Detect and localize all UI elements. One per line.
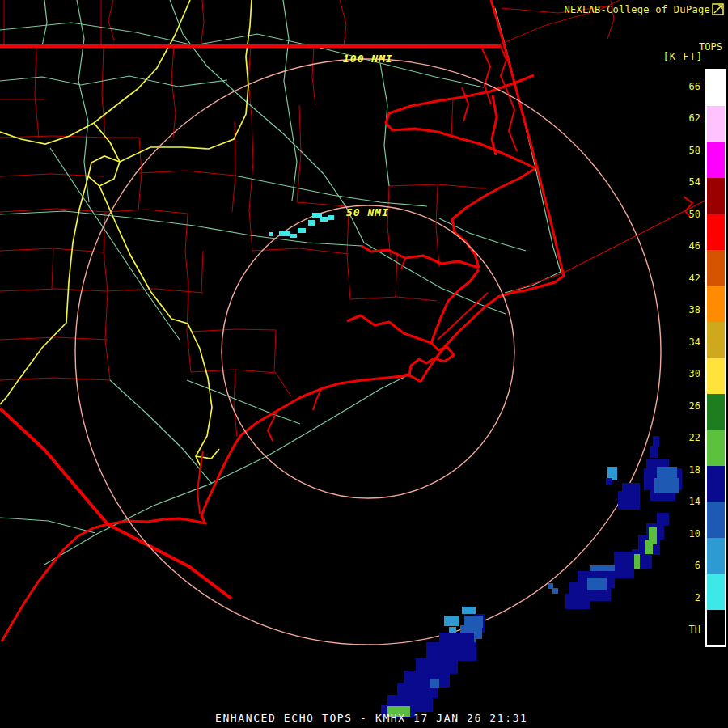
colorbar-block xyxy=(707,106,725,142)
colorbar-label: 2 xyxy=(673,592,700,603)
colorbar-label: 22 xyxy=(673,432,700,443)
colorbar-label: 26 xyxy=(673,400,700,412)
brand-title: NEXLAB-College of DuPage xyxy=(564,4,710,15)
echo-steel xyxy=(462,607,476,614)
echo-navy xyxy=(614,552,634,578)
echo-blue xyxy=(430,679,439,688)
colorbar-block xyxy=(707,142,725,178)
echo-cyan xyxy=(308,220,315,226)
echo-cyan xyxy=(298,228,306,233)
colorbar-block xyxy=(707,394,725,430)
echo-green xyxy=(645,540,653,554)
colorbar-label: TH xyxy=(673,624,700,635)
colorbar-block xyxy=(707,214,725,250)
colorbar-label: 54 xyxy=(673,176,700,188)
cod-logo-icon xyxy=(711,2,725,16)
echo-cyan xyxy=(290,234,297,238)
colorbar-block xyxy=(707,466,725,502)
colorbar-label: 58 xyxy=(673,145,700,156)
colorbar-block xyxy=(707,610,725,645)
colorbar xyxy=(705,69,726,647)
interstate-lines xyxy=(0,0,252,468)
coastline xyxy=(2,0,722,641)
echo-blue xyxy=(548,583,553,589)
colorbar-block xyxy=(707,322,725,358)
echo-blue xyxy=(654,478,679,493)
status-bar: ENHANCED ECHO TOPS - KMHX 17 JAN 26 21:3… xyxy=(215,712,528,724)
echo-steel xyxy=(444,616,459,626)
echo-cyan xyxy=(279,231,290,236)
colorbar-block xyxy=(707,538,725,574)
ring-label-50nmi: 50 NMI xyxy=(346,206,389,218)
colorbar-block xyxy=(707,250,725,286)
colorbar-label: 6 xyxy=(673,560,700,571)
echo-cyan xyxy=(320,217,328,222)
radar-echoes xyxy=(269,213,682,717)
colorbar-block xyxy=(707,286,725,322)
echo-navy xyxy=(426,642,476,661)
echo-navy xyxy=(565,594,590,609)
echo-navy xyxy=(650,446,658,458)
colorbar-label: 42 xyxy=(673,273,700,284)
radar-display: 100 NMI 50 NMI NEXLAB-College of DuPage … xyxy=(0,0,728,728)
ring-label-100nmi: 100 NMI xyxy=(343,53,393,65)
radar-map: 100 NMI 50 NMI xyxy=(0,0,728,728)
echo-cyan xyxy=(328,215,334,220)
colorbar-label: 14 xyxy=(673,496,700,507)
colorbar-label: 30 xyxy=(673,368,700,379)
echo-blue xyxy=(552,588,558,594)
echo-blue xyxy=(587,578,607,590)
colorbar-units: [K FT] xyxy=(663,51,703,62)
echo-cyan xyxy=(269,232,273,236)
echo-navy xyxy=(618,491,640,510)
colorbar-label: 66 xyxy=(673,81,700,92)
county-lines xyxy=(0,0,620,437)
colorbar-label: 50 xyxy=(673,209,700,220)
colorbar-label: 18 xyxy=(673,464,700,476)
colorbar-block xyxy=(707,70,725,106)
colorbar-block xyxy=(707,502,725,537)
echo-navy xyxy=(606,478,612,485)
colorbar-label: 34 xyxy=(673,336,700,348)
colorbar-label: 38 xyxy=(673,304,700,315)
colorbar-block xyxy=(707,358,725,394)
colorbar-label: 10 xyxy=(673,528,700,540)
echo-navy xyxy=(653,436,659,447)
colorbar-label: 46 xyxy=(673,240,700,252)
colorbar-label: 62 xyxy=(673,112,700,124)
colorbar-block xyxy=(707,178,725,214)
colorbar-block xyxy=(707,574,725,609)
colorbar-block xyxy=(707,430,725,465)
